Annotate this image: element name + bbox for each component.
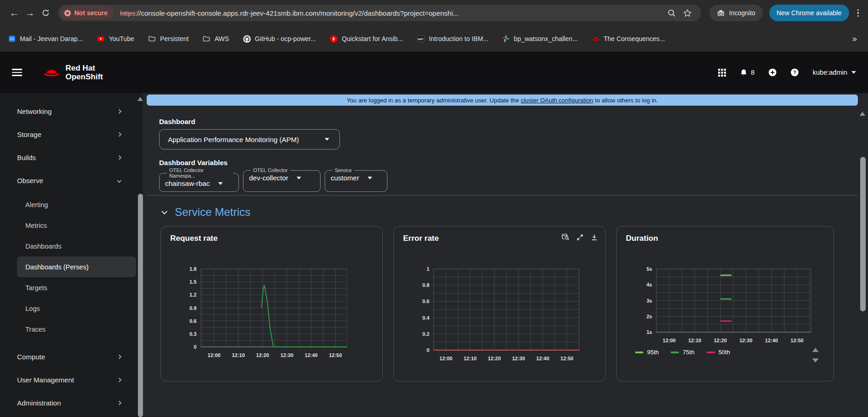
svg-text:12:00: 12:00 — [440, 356, 452, 361]
svg-text:12:20: 12:20 — [714, 338, 727, 343]
error-rate-chart[interactable]: 10.80.60.40.2012:0012:1012:2012:3012:401… — [412, 265, 584, 365]
page-scrollbar[interactable] — [860, 157, 866, 311]
variable-value: chainsaw-rbac — [165, 179, 210, 187]
observe-sub-list: Alerting Metrics Dashboards Dashboards (… — [0, 194, 143, 340]
bookmark-label: Persistent — [160, 35, 189, 42]
bookmarks-overflow-icon[interactable]: » — [852, 34, 860, 44]
svg-text:edX: edX — [418, 37, 424, 41]
not-secure-badge[interactable]: Not secure — [60, 6, 113, 19]
svg-text:0.9: 0.9 — [190, 305, 196, 311]
bookmark-consequences[interactable]: The Consequences... — [592, 35, 665, 42]
bookmark-github[interactable]: GitHub - ocp-power... — [243, 35, 316, 43]
svg-text:4s: 4s — [647, 282, 652, 287]
chart-legend: 95th 75th 50th — [635, 349, 824, 356]
variable-otel-namespace-select[interactable]: chainsaw-rbac — [165, 179, 233, 187]
panel-title: Request rate — [170, 234, 373, 243]
edx-icon: edX — [417, 35, 425, 42]
chevron-right-icon — [117, 132, 122, 137]
svg-text:1s: 1s — [647, 329, 652, 335]
scroll-up-icon[interactable] — [812, 348, 819, 352]
slack-icon — [502, 35, 510, 42]
banner-text-after: to allow others to log in. — [595, 97, 658, 104]
oauth-config-link[interactable]: cluster OAuth configuration — [521, 97, 593, 104]
brand-logo[interactable]: Red Hat OpenShift — [42, 64, 103, 81]
page-scroll-up-icon[interactable] — [860, 112, 865, 116]
sidebar-item-user-management[interactable]: User Management — [0, 368, 143, 391]
bookmark-quickstart[interactable]: Quickstart for Ansib... — [330, 35, 403, 43]
notification-count: 8 — [751, 69, 755, 76]
zoom-icon[interactable] — [664, 6, 680, 20]
sidebar-item-alerting[interactable]: Alerting — [0, 194, 143, 215]
url-rest: ://console-openshift-console.apps.rdr-je… — [135, 9, 459, 17]
sidebar-item-logs[interactable]: Logs — [0, 298, 143, 319]
svg-text:0.2: 0.2 — [422, 331, 429, 337]
variable-service-select[interactable]: customer — [331, 174, 381, 182]
sidebar-item-dashboards[interactable]: Dashboards — [0, 236, 143, 256]
svg-text:12:30: 12:30 — [512, 356, 525, 361]
sidebar-item-traces[interactable]: Traces — [0, 319, 143, 340]
download-icon[interactable] — [591, 233, 598, 241]
bookmark-edx[interactable]: edX Introduction to IBM... — [417, 35, 488, 42]
sidebar-scrollbar[interactable] — [138, 194, 143, 417]
sidebar-scroll-up-icon[interactable] — [137, 97, 143, 101]
help-button[interactable]: ? — [791, 68, 799, 77]
panel-scroll-buttons — [812, 348, 819, 363]
chevron-right-icon — [117, 377, 122, 382]
dashboard-variables-label: Dashboard Variables — [159, 159, 868, 167]
sidebar-item-dashboards-perses[interactable]: Dashboards (Perses) — [17, 256, 136, 277]
legend-swatch — [635, 351, 643, 353]
nav-toggle-icon[interactable] — [12, 69, 22, 76]
scroll-down-icon[interactable] — [812, 358, 819, 363]
collapse-chevron-icon[interactable] — [161, 208, 167, 214]
sidebar-item-label: Networking — [17, 107, 52, 115]
bookmark-mail[interactable]: Mail - Jeevan Darap... — [8, 35, 83, 42]
bookmark-slack[interactable]: bp_watsonx_challen... — [502, 35, 578, 42]
url-bar[interactable]: Not secure https://console-openshift-con… — [58, 5, 701, 21]
sidebar-item-networking[interactable]: Networking — [0, 100, 143, 123]
url-text[interactable]: https://console-openshift-console.apps.r… — [120, 9, 664, 17]
folder-icon — [148, 35, 156, 42]
brand-line1: Red Hat — [65, 64, 103, 72]
legend-item-95th[interactable]: 95th — [635, 349, 659, 356]
query-inspector-icon[interactable] — [561, 233, 569, 241]
notifications-button[interactable]: 8 — [740, 69, 755, 77]
bookmark-persistent[interactable]: Persistent — [148, 35, 189, 42]
sidebar-item-administration[interactable]: Administration — [0, 391, 143, 414]
legend-swatch — [671, 351, 679, 353]
expand-panel-icon[interactable] — [577, 233, 583, 241]
chevron-down-icon — [368, 177, 372, 179]
app-launcher-icon[interactable] — [718, 69, 726, 77]
forward-icon[interactable]: → — [22, 5, 38, 21]
bookmark-label: bp_watsonx_challen... — [514, 35, 578, 42]
chrome-update-button[interactable]: New Chrome available — [769, 5, 849, 21]
sidebar-item-metrics[interactable]: Metrics — [0, 215, 143, 236]
legend-item-50th[interactable]: 50th — [707, 349, 730, 356]
duration-chart[interactable]: 5s4s3s2s1s12:0012:1012:2012:3012:4012:50 — [635, 265, 816, 347]
chevron-down-icon — [117, 178, 122, 183]
svg-text:12:50: 12:50 — [560, 356, 573, 361]
chevron-right-icon — [117, 354, 122, 359]
dashboard-select[interactable]: Application Performance Monitoring (APM) — [159, 129, 340, 149]
bookmark-aws[interactable]: AWS — [202, 35, 229, 42]
back-icon[interactable]: ← — [6, 5, 22, 21]
sidebar-item-observe[interactable]: Observe — [0, 169, 143, 192]
chevron-down-icon — [325, 138, 329, 141]
sidebar-item-compute[interactable]: Compute — [0, 345, 143, 368]
variable-label: OTEL Collector Namespa... — [167, 167, 233, 179]
variable-otel-collector-select[interactable]: dev-collector — [249, 174, 315, 182]
user-menu[interactable]: kube:admin — [813, 69, 856, 76]
bookmark-star-icon[interactable] — [680, 6, 696, 20]
incognito-label: Incognito — [729, 9, 755, 17]
sidebar-item-storage[interactable]: Storage — [0, 123, 143, 146]
browser-menu-icon[interactable] — [855, 6, 862, 20]
reload-icon[interactable] — [38, 5, 54, 21]
sidebar-item-targets[interactable]: Targets — [0, 277, 143, 298]
svg-text:12:40: 12:40 — [305, 352, 318, 358]
legend-item-75th[interactable]: 75th — [671, 349, 694, 356]
bookmark-youtube[interactable]: YouTube — [97, 35, 134, 42]
svg-text:12:40: 12:40 — [765, 338, 778, 343]
add-button[interactable] — [768, 68, 777, 77]
plus-circle-icon — [768, 68, 777, 77]
sidebar-item-builds[interactable]: Builds — [0, 146, 143, 169]
request-rate-chart[interactable]: 1.81.51.20.90.60.3012:0012:1012:2012:301… — [179, 265, 351, 362]
